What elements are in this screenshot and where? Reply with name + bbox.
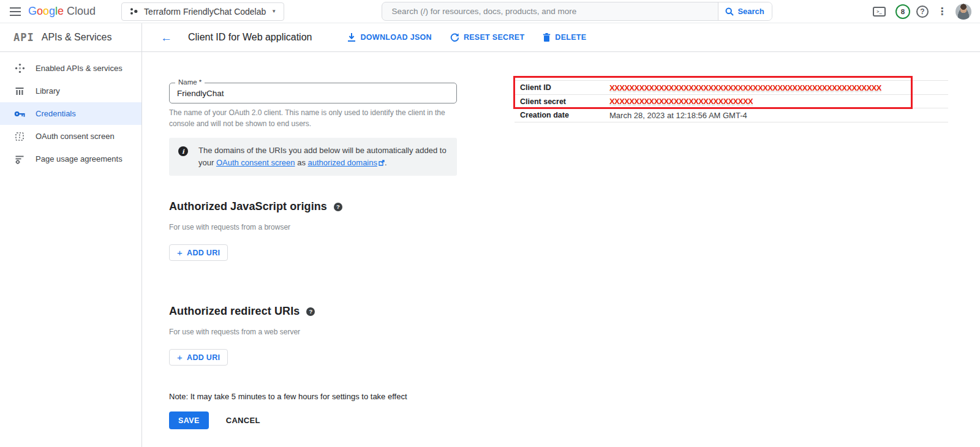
enabled-apis-icon xyxy=(14,63,25,73)
sidebar-item-page-usage[interactable]: Page usage agreements xyxy=(0,148,141,170)
oauth-consent-icon xyxy=(14,132,25,141)
project-selector[interactable]: Terraform FriendlyChat Codelab ▼ xyxy=(121,2,284,21)
delete-label: DELETE xyxy=(555,33,586,42)
sidebar-item-oauth-consent[interactable]: OAuth consent screen xyxy=(0,125,141,148)
product-name: APIs & Services xyxy=(42,32,112,43)
client-id-label: Client ID xyxy=(514,83,609,92)
table-row-creation-date: Creation date March 28, 2023 at 12:18:56… xyxy=(514,108,948,122)
oauth-consent-screen-link[interactable]: OAuth consent screen xyxy=(216,158,295,167)
download-json-button[interactable]: DOWNLOAD JSON xyxy=(347,33,431,42)
form-buttons: SAVE CANCEL xyxy=(169,411,457,429)
table-row-client-secret: Client secret XXXXXXXXXXXXXXXXXXXXXXXXXX… xyxy=(514,95,948,108)
add-uri-label: ADD URI xyxy=(187,249,220,257)
domains-notice-text: The domains of the URIs you add below wi… xyxy=(198,145,447,169)
logo-letter: o xyxy=(43,5,49,18)
sidebar-item-label: OAuth consent screen xyxy=(36,132,115,141)
question-mark: ? xyxy=(920,7,924,16)
page-header: API APIs & Services ← Client ID for Web … xyxy=(0,23,980,52)
terminal-icon: >_ xyxy=(873,7,886,17)
project-name: Terraform FriendlyChat Codelab xyxy=(144,7,266,17)
page-header-main: ← Client ID for Web application DOWNLOAD… xyxy=(142,23,980,51)
main-content: Name * The name of your OAuth 2.0 client… xyxy=(142,52,980,447)
app-root: G o o g l e Cloud Terraform FriendlyChat… xyxy=(0,0,980,447)
page-usage-icon xyxy=(14,154,25,164)
download-icon xyxy=(347,33,356,42)
redirect-uris-subtitle: For use with requests from a web server xyxy=(169,328,457,336)
logo-letter: e xyxy=(58,5,64,18)
sidebar-item-label: Library xyxy=(36,86,60,96)
more-vert-icon[interactable]: ⋮ xyxy=(935,6,949,17)
info-icon: i xyxy=(178,146,188,156)
search-bar: Search xyxy=(382,2,772,21)
add-uri-label: ADD URI xyxy=(187,353,220,362)
add-uri-button-origins[interactable]: + ADD URI xyxy=(169,244,228,261)
external-link-icon xyxy=(379,160,385,166)
api-logo: API xyxy=(13,31,34,43)
js-origins-section: Authorized JavaScript origins ? For use … xyxy=(169,200,457,261)
key-icon xyxy=(14,110,25,118)
client-details-table: Client ID XXXXXXXXXXXXXXXXXXXXXXXXXXXXXX… xyxy=(514,80,948,122)
redirect-uris-section: Authorized redirect URIs ? For use with … xyxy=(169,305,457,366)
creation-date-value: March 28, 2023 at 12:18:56 AM GMT-4 xyxy=(609,111,747,120)
sidebar-item-library[interactable]: Library xyxy=(0,80,141,102)
help-icon[interactable]: ? xyxy=(334,203,342,211)
google-cloud-logo[interactable]: G o o g l e Cloud xyxy=(28,5,96,18)
page-title: Client ID for Web application xyxy=(188,32,312,43)
search-input[interactable] xyxy=(382,2,718,20)
help-icon[interactable]: ? xyxy=(916,6,929,18)
domains-notice: i The domains of the URIs you add below … xyxy=(169,138,457,176)
notice-text: . xyxy=(385,158,387,167)
js-origins-title: Authorized JavaScript origins xyxy=(169,200,327,213)
logo-letter: o xyxy=(37,5,43,18)
redirect-uris-title: Authorized redirect URIs xyxy=(169,305,300,318)
logo-letter: g xyxy=(49,5,55,18)
cancel-button[interactable]: CANCEL xyxy=(226,416,260,425)
refresh-icon xyxy=(450,33,459,42)
library-icon xyxy=(14,86,25,96)
help-icon[interactable]: ? xyxy=(306,307,315,316)
plus-icon: + xyxy=(177,247,183,258)
download-json-label: DOWNLOAD JSON xyxy=(360,33,431,42)
save-button[interactable]: SAVE xyxy=(169,411,209,429)
name-input[interactable] xyxy=(170,83,456,103)
client-id-value: XXXXXXXXXXXXXXXXXXXXXXXXXXXXXXXXXXXXXXXX… xyxy=(609,83,881,92)
hamburger-icon xyxy=(10,7,21,16)
delete-button[interactable]: DELETE xyxy=(543,33,586,42)
header-actions: DOWNLOAD JSON RESET SECRET DELETE xyxy=(347,33,586,42)
trash-icon xyxy=(543,33,551,42)
sidebar-item-label: Enabled APIs & services xyxy=(36,64,123,73)
settings-note: Note: It may take 5 minutes to a few hou… xyxy=(169,392,457,401)
cloud-shell-button[interactable]: >_ xyxy=(869,3,889,20)
notification-count: 8 xyxy=(901,8,905,15)
authorized-domains-link[interactable]: authorized domains xyxy=(308,158,377,167)
topbar-right-controls: >_ 8 ? ⋮ xyxy=(869,3,971,20)
top-app-bar: G o o g l e Cloud Terraform FriendlyChat… xyxy=(0,0,980,23)
notifications-badge[interactable]: 8 xyxy=(895,4,910,19)
logo-cloud-text: Cloud xyxy=(67,5,96,18)
project-icon xyxy=(129,7,138,16)
sidebar-item-label: Credentials xyxy=(36,109,76,118)
table-row-client-id: Client ID XXXXXXXXXXXXXXXXXXXXXXXXXXXXXX… xyxy=(514,81,948,95)
client-secret-label: Client secret xyxy=(514,97,609,106)
main-menu-button[interactable] xyxy=(6,4,24,20)
content-row: Enabled APIs & services Library Credenti… xyxy=(0,52,980,447)
search-button[interactable]: Search xyxy=(718,2,772,20)
sidebar-item-enabled-apis[interactable]: Enabled APIs & services xyxy=(0,57,141,80)
add-uri-button-redirects[interactable]: + ADD URI xyxy=(169,349,228,366)
user-avatar[interactable] xyxy=(956,4,971,20)
sidebar-item-credentials[interactable]: Credentials xyxy=(0,102,141,125)
search-icon xyxy=(725,7,734,16)
name-helper-text: The name of your OAuth 2.0 client. This … xyxy=(169,107,457,129)
reset-secret-button[interactable]: RESET SECRET xyxy=(450,33,524,42)
sidebar-item-label: Page usage agreements xyxy=(36,154,123,163)
client-secret-value: XXXXXXXXXXXXXXXXXXXXXXXXXXXXX xyxy=(609,97,753,106)
sidebar: Enabled APIs & services Library Credenti… xyxy=(0,52,142,447)
back-button[interactable]: ← xyxy=(158,31,175,45)
search-button-label: Search xyxy=(737,7,764,16)
name-field-label: Name * xyxy=(175,78,205,86)
js-origins-subtitle: For use with requests from a browser xyxy=(169,223,457,231)
product-header[interactable]: API APIs & Services xyxy=(0,23,142,51)
client-form: Name * The name of your OAuth 2.0 client… xyxy=(169,75,457,429)
plus-icon: + xyxy=(177,352,183,362)
name-field: Name * xyxy=(169,83,457,103)
